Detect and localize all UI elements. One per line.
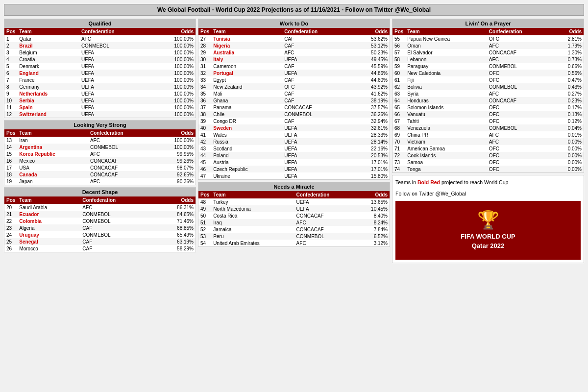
row-odds: 0.66% (552, 63, 584, 70)
col-odds: Odds (356, 191, 390, 198)
row-pos: 64 (392, 97, 405, 104)
livin-on-a-prayer-header: Livin' On a Prayer (392, 19, 584, 28)
row-conf: OFC (487, 159, 552, 166)
row-pos: 34 (198, 83, 211, 90)
row-conf: CONCACAF (487, 97, 552, 104)
row-odds: 10.45% (356, 205, 390, 212)
row-pos: 37 (198, 104, 211, 111)
bottom-note-2: Follow on Twitter @We_Global (395, 190, 581, 198)
table-row: 46Czech RepublicUEFA17.01% (198, 166, 390, 172)
row-pos: 65 (392, 104, 405, 111)
row-team: Austria (211, 159, 282, 166)
bottom-note-1: Teams in Bold Red projected to reach Wor… (395, 178, 581, 187)
row-conf: OFC (487, 76, 552, 83)
needs-a-miracle-table: Pos Team Confederation Odds 48TurkeyUEFA… (198, 191, 390, 246)
row-odds: 53.12% (351, 42, 390, 49)
col-pos: Pos (4, 28, 17, 35)
table-row: 51IraqAFC8.24% (198, 219, 390, 226)
row-conf: CAF (282, 90, 351, 97)
row-odds: 3.12% (356, 240, 390, 246)
row-team: New Zealand (211, 83, 282, 90)
row-odds: 63.19% (154, 238, 196, 245)
row-team: Denmark (17, 63, 79, 70)
table-row: 23AlgeriaCAF68.85% (4, 224, 196, 231)
row-team: Tonga (405, 166, 487, 172)
row-conf: AFC (80, 204, 154, 211)
row-conf: AFC (282, 49, 351, 56)
row-odds: 100.00% (151, 83, 196, 90)
row-conf: CONCACAF (88, 157, 154, 164)
row-team: Egypt (211, 76, 282, 83)
table-row: 3BelgiumUEFA100.00% (4, 49, 196, 56)
row-odds: 100.00% (151, 42, 196, 49)
row-pos: 30 (198, 56, 211, 63)
table-row: 48TurkeyUEFA13.65% (198, 198, 390, 205)
row-team: Poland (211, 152, 282, 159)
table-row: 34New ZealandOFC43.92% (198, 83, 390, 90)
row-pos: 67 (392, 118, 405, 124)
row-odds: 100.00% (151, 111, 196, 118)
row-pos: 55 (392, 35, 405, 42)
row-pos: 19 (4, 178, 17, 185)
row-pos: 56 (392, 42, 405, 49)
row-conf: CAF (80, 238, 154, 245)
table-row: 74TongaOFC0.00% (392, 166, 584, 172)
row-odds: 100.00% (154, 137, 196, 144)
table-row: 37PanamaCONCACAF37.57% (198, 104, 390, 111)
table-row: 70VietnamAFC0.00% (392, 138, 584, 145)
table-row: 53PeruCONMEBOL6.52% (198, 233, 390, 240)
row-team: Vietnam (405, 138, 487, 145)
row-conf: UEFA (282, 131, 351, 138)
row-pos: 28 (198, 42, 211, 49)
row-odds: 100.00% (151, 97, 196, 104)
row-pos: 74 (392, 166, 405, 172)
row-pos: 49 (198, 205, 211, 212)
row-team: Morocco (17, 245, 80, 252)
table-row: 10SerbiaUEFA100.00% (4, 97, 196, 104)
row-conf: CAF (282, 63, 351, 70)
row-team: Iraq (211, 219, 294, 226)
row-pos: 5 (4, 63, 17, 70)
row-conf: CAF (282, 35, 351, 42)
table-row: 8GermanyUEFA100.00% (4, 83, 196, 90)
col-pos: Pos (198, 28, 211, 35)
col-conf: Confederation (294, 191, 356, 198)
row-odds: 0.73% (552, 56, 584, 63)
table-row: 60New CaledoniaOFC0.56% (392, 70, 584, 76)
row-odds: 71.46% (154, 218, 196, 224)
row-team: Canada (17, 171, 88, 178)
row-team: USA (17, 164, 88, 171)
row-conf: OFC (487, 35, 552, 42)
row-team: Syria (405, 90, 487, 97)
row-odds: 20.53% (351, 152, 390, 159)
main-grid: Qualified Pos Team Confederation Odds 1Q… (4, 19, 584, 385)
table-row: 13IranAFC100.00% (4, 137, 196, 144)
row-team: Uruguay (17, 231, 80, 238)
column-3: Livin' On a Prayer Pos Team Confederatio… (392, 19, 584, 385)
row-conf: UEFA (282, 124, 351, 131)
row-pos: 46 (198, 166, 211, 172)
row-conf: UEFA (79, 76, 151, 83)
row-odds: 98.07% (154, 164, 196, 171)
row-pos: 20 (4, 204, 17, 211)
row-pos: 41 (198, 131, 211, 138)
table-row: 22ColombiaCONMEBOL71.46% (4, 218, 196, 224)
row-odds: 7.84% (356, 226, 390, 233)
row-conf: UEFA (79, 49, 151, 56)
row-pos: 15 (4, 150, 17, 157)
row-team: El Salvador (405, 49, 487, 56)
table-row: 42RussiaUEFA28.14% (198, 138, 390, 145)
row-team: Ukraine (211, 172, 282, 179)
row-conf: OFC (487, 104, 552, 111)
row-team: China PR (405, 131, 487, 138)
col-team: Team (405, 28, 487, 35)
row-pos: 17 (4, 164, 17, 171)
row-team: Panama (211, 104, 282, 111)
col-conf: Confederation (88, 129, 154, 137)
row-conf: AFC (487, 42, 552, 49)
table-row: 35MaliCAF41.62% (198, 90, 390, 97)
column-1: Qualified Pos Team Confederation Odds 1Q… (4, 19, 196, 385)
table-row: 7FranceUEFA100.00% (4, 76, 196, 83)
row-odds: 0.56% (552, 70, 584, 76)
row-team: Switzerland (17, 111, 79, 118)
